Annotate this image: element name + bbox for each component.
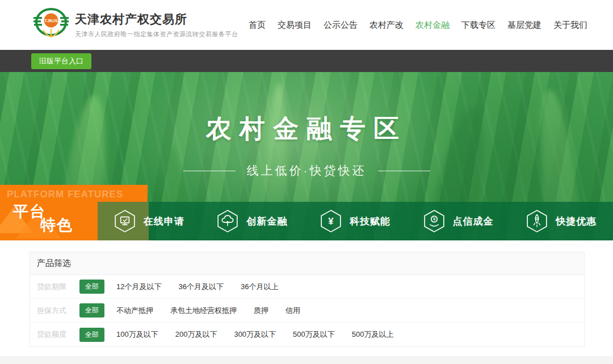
coin-hand-icon: ¥	[423, 209, 445, 233]
filter-option[interactable]: 500万及以下	[293, 329, 335, 340]
filter-option-all[interactable]: 全部	[79, 303, 104, 318]
hero-subtitle-row: 线上低价·快贷快还	[0, 163, 613, 179]
filter-option[interactable]: 300万及以下	[234, 329, 276, 340]
site-subtitle: 天津市人民政府唯一指定集体资产资源流转交易服务平台	[75, 30, 238, 39]
hero-subtitle: 线上低价·快贷快还	[247, 163, 367, 179]
filter-panel-header: 产品筛选	[30, 252, 584, 275]
main-nav: 首页 交易项目 公示公告 农村产改 农村金融 下载专区 基层党建 关于我们	[249, 20, 587, 31]
nav-item-about[interactable]: 关于我们	[553, 20, 587, 31]
filter-option[interactable]: 500万及以上	[352, 329, 394, 340]
feature-item-quick-discount[interactable]: 快捷优惠	[510, 202, 613, 240]
feature-item-credit-to-gold[interactable]: ¥ 点信成金	[407, 202, 510, 240]
filter-row-loan-amount: 贷款额度 全部 100万及以下 200万及以下 300万及以下 500万及以下 …	[30, 323, 584, 346]
nav-item-notices[interactable]: 公示公告	[324, 20, 358, 31]
footer-strip	[0, 356, 613, 364]
logo-emblem-icon: TJNJS	[33, 7, 69, 43]
filter-option[interactable]: 12个月及以下	[116, 282, 161, 292]
feature-item-online-apply[interactable]: 在线申请	[98, 202, 201, 240]
svg-text:¥: ¥	[328, 216, 334, 227]
rocket-icon	[526, 209, 548, 233]
old-platform-entry-button[interactable]: 旧版平台入口	[31, 53, 91, 69]
nav-item-rural-reform[interactable]: 农村产改	[370, 20, 404, 31]
site-header: TJNJS 天津农村产权交易所 天津市人民政府唯一指定集体资产资源流转交易服务平…	[0, 0, 613, 50]
site-logo[interactable]: TJNJS 天津农村产权交易所 天津市人民政府唯一指定集体资产资源流转交易服务平…	[33, 7, 238, 43]
feature-label: 快捷优惠	[556, 215, 597, 228]
logo-text: TJNJS	[44, 18, 57, 23]
filter-option[interactable]: 100万及以下	[116, 329, 158, 340]
filter-option[interactable]: 信用	[285, 306, 300, 316]
subtitle-rule-left	[183, 171, 236, 171]
nav-item-rural-finance[interactable]: 农村金融	[415, 20, 450, 31]
nav-item-projects[interactable]: 交易项目	[278, 20, 312, 31]
feature-menu: 在线申请 创新金融 ¥ 科技赋能	[98, 202, 613, 240]
subtitle-rule-right	[378, 171, 430, 171]
feature-label: 在线申请	[144, 215, 184, 228]
nav-item-home[interactable]: 首页	[249, 20, 266, 31]
filter-option[interactable]: 质押	[254, 306, 268, 316]
feature-label: 点信成金	[453, 215, 494, 228]
site-title: 天津农村产权交易所	[75, 11, 238, 27]
filter-label: 贷款期限	[37, 282, 69, 292]
product-filter-panel: 产品筛选 贷款期限 全部 12个月及以下 36个月及以下 36个月以上 担保方式…	[30, 252, 585, 347]
monitor-apply-icon	[114, 209, 136, 233]
feature-item-tech-empowerment[interactable]: ¥ 科技赋能	[304, 202, 407, 240]
filter-option[interactable]: 200万及以下	[175, 329, 217, 340]
hero-title: 农村金融专区	[0, 112, 613, 146]
filter-option-all[interactable]: 全部	[79, 280, 104, 294]
feature-item-innovative-finance[interactable]: 创新金融	[201, 202, 304, 240]
svg-text:¥: ¥	[432, 216, 435, 222]
ribbon-english-label: PLATFORM FEATURES	[7, 189, 123, 200]
nav-item-downloads[interactable]: 下载专区	[461, 20, 496, 31]
filter-row-loan-term: 贷款期限 全部 12个月及以下 36个月及以下 36个月以上	[30, 275, 584, 299]
filter-option[interactable]: 36个月以上	[241, 282, 278, 292]
filter-option[interactable]: 36个月及以下	[178, 282, 223, 292]
feature-label: 创新金融	[246, 215, 287, 228]
cloud-finance-icon	[217, 209, 238, 233]
feature-label: 科技赋能	[350, 215, 391, 228]
filter-option-all[interactable]: 全部	[79, 328, 104, 342]
main-content: 产品筛选 贷款期限 全部 12个月及以下 36个月及以下 36个月以上 担保方式…	[0, 240, 613, 347]
filter-label: 贷款额度	[37, 329, 69, 340]
filter-option[interactable]: 不动产抵押	[116, 306, 153, 316]
utility-bar: 旧版平台入口	[0, 50, 613, 72]
filter-label: 担保方式	[37, 306, 69, 316]
nav-item-party-building[interactable]: 基层党建	[507, 20, 541, 31]
ribbon-title-line2: 特色	[40, 215, 73, 235]
yen-tech-icon: ¥	[320, 209, 342, 233]
hero-banner: 农村金融专区 线上低价·快贷快还 PLATFORM FEATURES 平台 特色	[0, 72, 613, 240]
filter-row-guarantee-method: 担保方式 全部 不动产抵押 承包土地经营权抵押 质押 信用	[30, 299, 584, 323]
filter-option[interactable]: 承包土地经营权抵押	[170, 306, 237, 316]
filter-panel-title: 产品筛选	[37, 258, 71, 269]
